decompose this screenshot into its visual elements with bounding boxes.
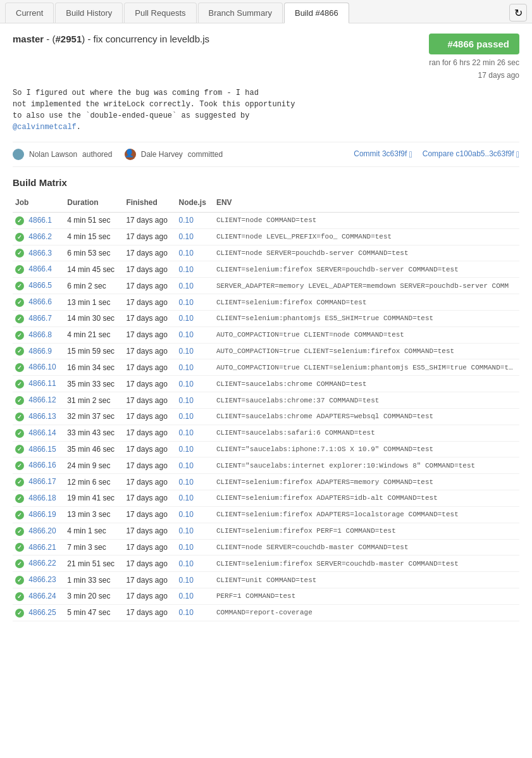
job-link[interactable]: 4866.16 [28, 461, 56, 469]
job-link[interactable]: 4866.4 [28, 264, 52, 273]
env-cell: CLIENT="saucelabs:internet explorer:10:W… [214, 457, 519, 474]
job-link[interactable]: 4866.23 [28, 575, 56, 584]
status-icon [15, 347, 24, 356]
col-nodejs: Node.js [176, 196, 214, 213]
job-link[interactable]: 4866.19 [28, 510, 56, 519]
job-cell: 4866.10 [13, 359, 65, 376]
committer-name: Dale Harvey [141, 150, 183, 159]
env-cell: PERF=1 COMMAND=test [214, 588, 519, 605]
duration-cell: 35 min 33 sec [65, 376, 123, 392]
status-icon [15, 249, 24, 258]
finished-cell: 17 days ago [123, 310, 176, 326]
nolan-avatar [13, 149, 24, 160]
tab-pull-requests[interactable]: Pull Requests [124, 3, 196, 23]
compare-link[interactable]: Compare c100ab5..3c63f9f  [423, 149, 519, 159]
table-row: 4866.4 14 min 45 sec 17 days ago 0.10 CL… [13, 261, 519, 278]
author-info: Nolan Lawson authored 👤 Dale Harvey comm… [13, 149, 223, 160]
table-row: 4866.6 13 min 1 sec 17 days ago 0.10 CLI… [13, 294, 519, 311]
job-link[interactable]: 4866.21 [28, 543, 56, 552]
author-name: Nolan Lawson [29, 150, 77, 159]
node-cell: 0.10 [176, 392, 214, 409]
status-icon [15, 363, 24, 372]
node-cell: 0.10 [176, 213, 214, 229]
table-row: 4866.12 31 min 2 sec 17 days ago 0.10 CL… [13, 392, 519, 409]
tab-current[interactable]: Current [5, 3, 54, 23]
job-link[interactable]: 4866.13 [28, 412, 56, 421]
status-icon [15, 265, 24, 274]
duration-cell: 4 min 51 sec [65, 213, 123, 229]
job-link[interactable]: 4866.2 [28, 232, 52, 241]
finished-cell: 17 days ago [123, 572, 176, 588]
status-icon [15, 527, 24, 536]
job-link[interactable]: 4866.5 [28, 281, 52, 290]
status-icon [15, 559, 24, 568]
job-link[interactable]: 4866.10 [28, 363, 56, 371]
job-link[interactable]: 4866.9 [28, 347, 52, 356]
duration-cell: 7 min 3 sec [65, 539, 123, 556]
env-cell: CLIENT=saucelabs:chrome:37 COMMAND=test [214, 392, 519, 409]
job-link[interactable]: 4866.15 [28, 445, 56, 454]
table-row: 4866.22 21 min 51 sec 17 days ago 0.10 C… [13, 556, 519, 572]
env-cell: CLIENT=selenium:firefox ADAPTERS=idb-alt… [214, 490, 519, 507]
job-link[interactable]: 4866.6 [28, 297, 52, 306]
refresh-button[interactable]: ↻ [509, 4, 527, 22]
finished-cell: 17 days ago [123, 506, 176, 523]
status-icon [15, 314, 24, 323]
node-cell: 0.10 [176, 326, 214, 343]
job-cell: 4866.16 [13, 457, 65, 474]
job-cell: 4866.7 [13, 310, 65, 326]
job-link[interactable]: 4866.3 [28, 249, 52, 258]
job-link[interactable]: 4866.14 [28, 428, 56, 437]
author-mention-link[interactable]: @calvinmetcalf [13, 123, 77, 132]
duration-cell: 16 min 34 sec [65, 359, 123, 376]
env-cell: CLIENT=node COMMAND=test [214, 213, 519, 229]
node-cell: 0.10 [176, 359, 214, 376]
duration-cell: 15 min 59 sec [65, 343, 123, 359]
node-cell: 0.10 [176, 425, 214, 441]
job-link[interactable]: 4866.12 [28, 395, 56, 404]
job-link[interactable]: 4866.1 [28, 216, 52, 225]
job-link[interactable]: 4866.25 [28, 608, 56, 617]
col-finished: Finished [123, 196, 176, 213]
finished-cell: 17 days ago [123, 490, 176, 507]
finished-cell: 17 days ago [123, 359, 176, 376]
tabs-bar: Current Build History Pull Requests Bran… [0, 0, 532, 23]
job-link[interactable]: 4866.7 [28, 314, 52, 323]
duration-cell: 33 min 43 sec [65, 425, 123, 441]
job-link[interactable]: 4866.20 [28, 526, 56, 535]
job-link[interactable]: 4866.22 [28, 559, 56, 568]
commit-link[interactable]: Commit 3c63f9f  [354, 149, 412, 159]
duration-cell: 5 min 47 sec [65, 604, 123, 621]
node-cell: 0.10 [176, 343, 214, 359]
table-row: 4866.13 32 min 37 sec 17 days ago 0.10 C… [13, 408, 519, 425]
job-link[interactable]: 4866.17 [28, 477, 56, 486]
finished-cell: 17 days ago [123, 294, 176, 311]
tab-build-4866[interactable]: Build #4866 [284, 3, 349, 23]
duration-cell: 6 min 53 sec [65, 245, 123, 261]
table-row: 4866.18 19 min 41 sec 17 days ago 0.10 C… [13, 490, 519, 507]
job-link[interactable]: 4866.11 [28, 379, 56, 388]
node-cell: 0.10 [176, 474, 214, 490]
node-cell: 0.10 [176, 457, 214, 474]
duration-cell: 31 min 2 sec [65, 392, 123, 409]
job-link[interactable]: 4866.18 [28, 494, 56, 502]
env-cell: CLIENT=saucelabs:safari:6 COMMAND=test [214, 425, 519, 441]
job-cell: 4866.23 [13, 572, 65, 588]
finished-cell: 17 days ago [123, 278, 176, 294]
job-link[interactable]: 4866.24 [28, 592, 56, 600]
job-link[interactable]: 4866.8 [28, 330, 52, 339]
status-icon [15, 478, 24, 487]
table-row: 4866.11 35 min 33 sec 17 days ago 0.10 C… [13, 376, 519, 392]
status-icon [15, 282, 24, 290]
finished-cell: 17 days ago [123, 326, 176, 343]
node-cell: 0.10 [176, 408, 214, 425]
node-cell: 0.10 [176, 261, 214, 278]
finished-cell: 17 days ago [123, 539, 176, 556]
job-cell: 4866.21 [13, 539, 65, 556]
table-row: 4866.10 16 min 34 sec 17 days ago 0.10 A… [13, 359, 519, 376]
duration-cell: 21 min 51 sec [65, 556, 123, 572]
env-cell: CLIENT=selenium:firefox SERVER=couchdb-m… [214, 556, 519, 572]
tab-build-history[interactable]: Build History [55, 3, 123, 23]
duration-cell: 13 min 1 sec [65, 294, 123, 311]
tab-branch-summary[interactable]: Branch Summary [198, 3, 283, 23]
